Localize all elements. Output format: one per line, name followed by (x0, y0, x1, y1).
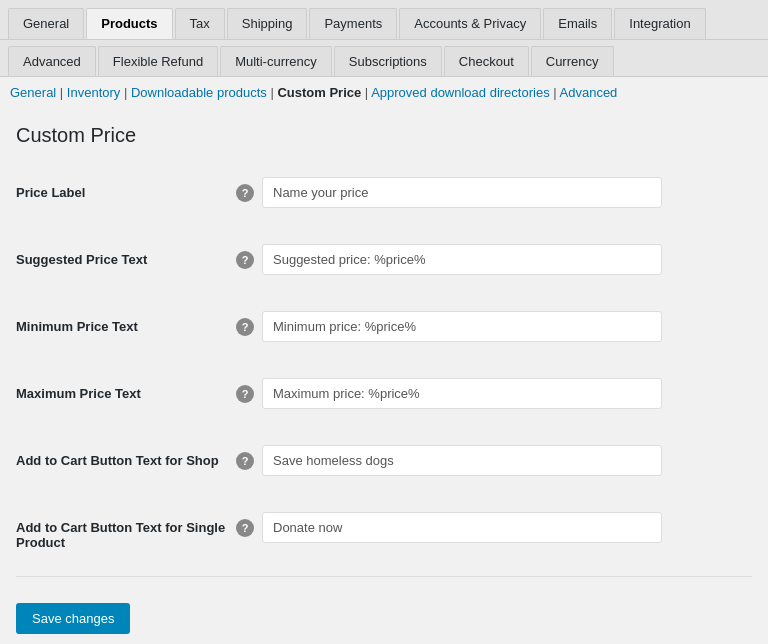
page-content: Custom Price Price Label?Suggested Price… (0, 108, 768, 644)
form-row-minimum-price-text: Minimum Price Text? (16, 301, 752, 352)
form-row-price-label: Price Label? (16, 167, 752, 218)
subpage-links: General | Inventory | Downloadable produ… (0, 77, 768, 108)
save-changes-button[interactable]: Save changes (16, 603, 130, 634)
label-price-label: Price Label (16, 177, 236, 200)
label-suggested-price-text: Suggested Price Text (16, 244, 236, 267)
input-minimum-price-text[interactable] (262, 311, 662, 342)
secondary-tab-flexible-refund[interactable]: Flexible Refund (98, 46, 218, 76)
primary-tab-tax[interactable]: Tax (175, 8, 225, 39)
input-suggested-price-text[interactable] (262, 244, 662, 275)
input-add-to-cart-shop[interactable] (262, 445, 662, 476)
label-add-to-cart-single: Add to Cart Button Text for Single Produ… (16, 512, 236, 550)
form-row-add-to-cart-shop: Add to Cart Button Text for Shop? (16, 435, 752, 486)
input-price-label[interactable] (262, 177, 662, 208)
help-icon-maximum-price-text[interactable]: ? (236, 385, 254, 403)
primary-tab-integration[interactable]: Integration (614, 8, 705, 39)
help-icon-price-label[interactable]: ? (236, 184, 254, 202)
primary-tab-bar: GeneralProductsTaxShippingPaymentsAccoun… (0, 0, 768, 40)
subpage-link-general[interactable]: General (10, 85, 56, 100)
input-maximum-price-text[interactable] (262, 378, 662, 409)
label-maximum-price-text: Maximum Price Text (16, 378, 236, 401)
secondary-tab-advanced[interactable]: Advanced (8, 46, 96, 76)
secondary-tab-checkout[interactable]: Checkout (444, 46, 529, 76)
form-fields: Price Label?Suggested Price Text?Minimum… (16, 167, 752, 560)
content-minimum-price-text: ? (236, 311, 752, 342)
primary-tab-general[interactable]: General (8, 8, 84, 39)
label-add-to-cart-shop: Add to Cart Button Text for Shop (16, 445, 236, 468)
page-title: Custom Price (16, 124, 752, 147)
content-price-label: ? (236, 177, 752, 208)
primary-tab-shipping[interactable]: Shipping (227, 8, 308, 39)
secondary-tab-subscriptions[interactable]: Subscriptions (334, 46, 442, 76)
primary-tab-emails[interactable]: Emails (543, 8, 612, 39)
content-maximum-price-text: ? (236, 378, 752, 409)
help-icon-suggested-price-text[interactable]: ? (236, 251, 254, 269)
primary-tab-products[interactable]: Products (86, 8, 172, 39)
primary-tab-payments[interactable]: Payments (309, 8, 397, 39)
secondary-tab-bar: AdvancedFlexible RefundMulti-currencySub… (0, 40, 768, 77)
subpage-link-approved-download-directories[interactable]: Approved download directories (371, 85, 550, 100)
subpage-link-custom-price[interactable]: Custom Price (277, 85, 361, 100)
help-icon-add-to-cart-single[interactable]: ? (236, 519, 254, 537)
form-row-add-to-cart-single: Add to Cart Button Text for Single Produ… (16, 502, 752, 560)
subpage-link-advanced[interactable]: Advanced (560, 85, 618, 100)
secondary-tab-multi-currency[interactable]: Multi-currency (220, 46, 332, 76)
content-suggested-price-text: ? (236, 244, 752, 275)
help-icon-add-to-cart-shop[interactable]: ? (236, 452, 254, 470)
form-row-suggested-price-text: Suggested Price Text? (16, 234, 752, 285)
secondary-tab-currency[interactable]: Currency (531, 46, 614, 76)
subpage-link-downloadable-products[interactable]: Downloadable products (131, 85, 267, 100)
primary-tab-accounts--privacy[interactable]: Accounts & Privacy (399, 8, 541, 39)
content-add-to-cart-single: ? (236, 512, 752, 543)
input-add-to-cart-single[interactable] (262, 512, 662, 543)
help-icon-minimum-price-text[interactable]: ? (236, 318, 254, 336)
subpage-link-inventory[interactable]: Inventory (67, 85, 120, 100)
label-minimum-price-text: Minimum Price Text (16, 311, 236, 334)
form-row-maximum-price-text: Maximum Price Text? (16, 368, 752, 419)
content-add-to-cart-shop: ? (236, 445, 752, 476)
